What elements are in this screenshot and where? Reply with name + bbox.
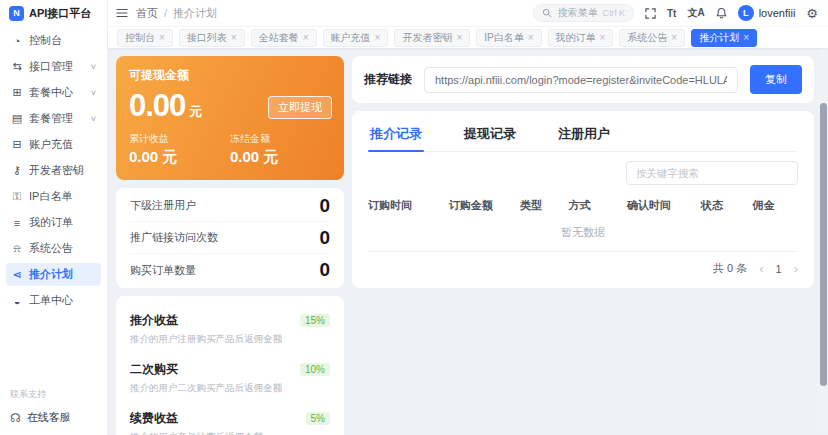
sidebar-footer: 联系支持 ☊ 在线客服	[0, 382, 107, 435]
table-column-header: 状态	[701, 198, 753, 213]
wallet-title: 可提现金额	[129, 67, 331, 84]
next-page-icon[interactable]: ›	[794, 262, 798, 275]
amount-unit: 元	[189, 103, 202, 121]
page-number[interactable]: 1	[776, 263, 782, 275]
records-tab[interactable]: 注册用户	[556, 119, 612, 151]
close-icon[interactable]: ×	[303, 32, 309, 43]
table-header-row: 订购时间 订购金额 类型 方式 确认时间 状态 佣金	[368, 198, 798, 213]
page-tag[interactable]: 推介计划 ×	[691, 29, 757, 47]
close-icon[interactable]: ×	[600, 32, 606, 43]
sidebar-item[interactable]: ⚷ 开发者密钥 ˅	[6, 159, 101, 182]
scrollbar-thumb[interactable]	[820, 103, 827, 386]
referral-link-card: 推荐链接 复制	[352, 56, 814, 103]
wallet-sub-value: 0.00 元	[129, 148, 230, 167]
close-icon[interactable]: ×	[671, 32, 677, 43]
stat-label: 推广链接访问次数	[130, 230, 218, 245]
sidebar-item[interactable]: ⚿ IP白名单 ˅	[6, 185, 101, 208]
notification-bell-icon[interactable]	[716, 7, 727, 19]
referral-link-input[interactable]	[424, 67, 738, 93]
sidebar-item[interactable]: ▤ 套餐管理 ˅	[6, 107, 101, 130]
rate-badge: 10%	[300, 363, 330, 376]
commission-rates-card: 推介收益 15% 推介的用户注册购买产品后返佣金额 二次购买 10% 推介的用户…	[116, 296, 344, 435]
close-icon[interactable]: ×	[375, 32, 381, 43]
wallet-sub-label: 冻结金额	[230, 132, 331, 146]
breadcrumb-separator: /	[164, 7, 167, 19]
sidebar-item[interactable]: ⋖ 推介计划 ˅	[6, 263, 101, 286]
page-tag[interactable]: 账户充值 ×	[323, 29, 389, 47]
dashboard-icon: ◔	[11, 35, 23, 47]
sidebar-item-label: IP白名单	[29, 189, 85, 204]
page-tag-label: 控制台	[125, 31, 155, 45]
sidebar-item-label: 控制台	[29, 33, 85, 48]
prev-page-icon[interactable]: ‹	[759, 262, 763, 275]
recharge-icon: ⊟	[11, 138, 23, 151]
stat-value: 0	[319, 195, 330, 217]
breadcrumb-home[interactable]: 首页	[136, 6, 158, 21]
table-column-header: 订购金额	[449, 198, 520, 213]
wallet-sub-stat: 冻结金额 0.00 元	[230, 132, 331, 167]
commission-title: 续费收益	[130, 410, 178, 427]
page-tag[interactable]: 控制台 ×	[117, 29, 173, 47]
breadcrumb: 首页 / 推介计划	[136, 6, 217, 21]
page-tag[interactable]: 开发者密钥 ×	[394, 29, 470, 47]
close-icon[interactable]: ×	[231, 32, 237, 43]
withdraw-now-button[interactable]: 立即提现	[268, 96, 332, 119]
sidebar-item[interactable]: ⊞ 套餐中心 ˅	[6, 81, 101, 104]
pagination-total: 共 0 条	[713, 261, 747, 276]
content-area: 可提现金额 0.00 元 立即提现 累计收益 0.00 元 冻结金	[108, 48, 828, 435]
copy-button[interactable]: 复制	[750, 65, 802, 94]
menu-search-input[interactable]: 搜索菜单 Ctrl K	[533, 4, 634, 22]
withdrawable-amount: 0.00	[129, 88, 185, 124]
sidebar-item[interactable]: ⇆ 接口管理 ˅	[6, 55, 101, 78]
sidebar-item[interactable]: ⊟ 账户充值 ˅	[6, 133, 101, 156]
table-column-header: 方式	[568, 198, 626, 213]
records-tab[interactable]: 推介记录	[368, 119, 424, 151]
sidebar-menu: ◔ 控制台 ˅ ⇆ 接口管理 ˅ ⊞ 套餐中心 ˅ ▤ 套餐管理 ˅	[0, 26, 107, 382]
page-tag-label: 系统公告	[627, 31, 667, 45]
page-tag[interactable]: 全站套餐 ×	[251, 29, 317, 47]
user-menu[interactable]: L lovenfiii	[738, 5, 796, 21]
commission-title: 二次购买	[130, 361, 178, 378]
keyword-search-input[interactable]	[626, 161, 798, 185]
page-tag[interactable]: IP白名单 ×	[476, 29, 541, 47]
fullscreen-icon[interactable]	[645, 8, 656, 19]
page-tag[interactable]: 接口列表 ×	[179, 29, 245, 47]
online-service-label: 在线客服	[27, 410, 71, 425]
sidebar-item-label: 接口管理	[29, 59, 85, 74]
collapse-sidebar-icon[interactable]	[116, 7, 128, 19]
order-icon: ≡	[11, 217, 23, 229]
page-tag[interactable]: 我的订单 ×	[548, 29, 614, 47]
sidebar-item-label: 套餐管理	[29, 111, 85, 126]
page-tag-label: 全站套餐	[259, 31, 299, 45]
app-title: API接口平台	[29, 6, 91, 21]
close-icon[interactable]: ×	[159, 32, 165, 43]
breadcrumb-current: 推介计划	[173, 6, 217, 21]
gear-icon[interactable]: ⚙	[806, 6, 818, 21]
online-service-button[interactable]: ☊ 在线客服	[10, 410, 97, 425]
chevron-down-icon: ˅	[91, 88, 96, 98]
records-tabs: 推介记录 提现记录 注册用户	[368, 119, 798, 152]
search-shortcut: Ctrl K	[602, 8, 625, 18]
bell-icon: ⍾	[11, 242, 23, 255]
page-tag-label: 账户充值	[331, 31, 371, 45]
sidebar-item[interactable]: ⍾ 系统公告 ˅	[6, 237, 101, 260]
sidebar-item[interactable]: ≡ 我的订单 ˅	[6, 211, 101, 234]
search-icon	[542, 8, 552, 18]
empty-state-text: 暂无数据	[368, 213, 798, 251]
sidebar-item[interactable]: ◔ 控制台 ˅	[6, 29, 101, 52]
close-icon[interactable]: ×	[456, 32, 462, 43]
font-size-icon[interactable]: Tt	[667, 8, 676, 19]
sidebar-item[interactable]: ◒ 工单中心 ˅	[6, 289, 101, 312]
records-tab[interactable]: 提现记录	[462, 119, 518, 151]
wallet-sub-value: 0.00 元	[230, 148, 331, 167]
close-icon[interactable]: ×	[528, 32, 534, 43]
key-icon: ⚷	[11, 164, 23, 177]
package-center-icon: ⊞	[11, 86, 23, 99]
ticket-icon: ◒	[11, 295, 23, 307]
page-tag[interactable]: 系统公告 ×	[619, 29, 685, 47]
chevron-down-icon: ˅	[91, 114, 96, 124]
referral-link-label: 推荐链接	[364, 71, 412, 88]
translate-icon[interactable]: 文A	[687, 6, 704, 20]
close-icon[interactable]: ×	[743, 32, 749, 43]
search-placeholder: 搜索菜单	[557, 6, 597, 20]
